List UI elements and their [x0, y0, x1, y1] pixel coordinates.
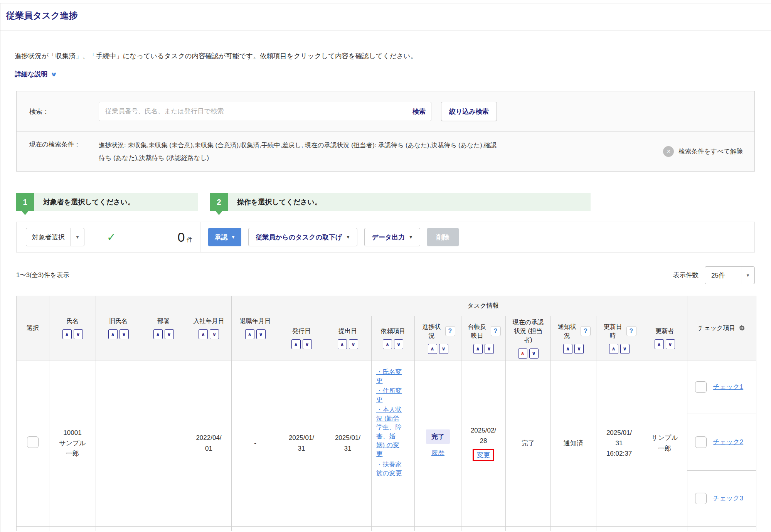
sort-desc-button[interactable]: ∨	[210, 329, 219, 339]
col-ledger-date-header: 台帳反映日?∧∨	[461, 316, 506, 360]
page-description: 進捗状況が「収集済」、「手続中」になっているタスクの内容確認が可能です。依頼項目…	[15, 51, 756, 61]
window-edge	[0, 3, 0, 532]
request-item-link[interactable]: ・住所変更	[376, 386, 403, 404]
updated-at-cell: 2025/01/ 31 16:02:37	[596, 360, 642, 526]
sort-asc-button[interactable]: ∧	[62, 329, 72, 339]
check-item-checkbox[interactable]	[695, 493, 707, 504]
per-page-select[interactable]: 25件 ▼	[705, 266, 755, 284]
step-1-badge: 1	[16, 193, 34, 211]
check-item-3: チェック3	[687, 470, 756, 526]
request-item-link[interactable]: ・氏名変更	[376, 367, 403, 385]
sort-asc-button[interactable]: ∧	[199, 329, 208, 339]
sort-asc-button[interactable]: ∧	[563, 344, 572, 354]
sort-desc-button[interactable]: ∨	[574, 344, 584, 354]
selected-count-unit: 件	[187, 236, 192, 244]
withdraw-tasks-button[interactable]: 従業員からのタスクの取下げ ▼	[248, 228, 357, 246]
col-name-header: 氏名∧∨	[49, 296, 96, 360]
help-icon[interactable]: ?	[626, 326, 636, 336]
check-item-link[interactable]: チェック3	[713, 494, 743, 503]
col-select-header: 選択	[17, 296, 49, 360]
sort-asc-button[interactable]: ∧	[338, 339, 347, 349]
row-checkbox[interactable]	[27, 436, 39, 448]
sort-asc-button-active[interactable]: ∧	[518, 348, 527, 359]
caret-down-icon: ▼	[409, 235, 413, 239]
issue-date-cell: 2025/01/ 31	[279, 360, 324, 526]
check-item-checkbox[interactable]	[695, 436, 707, 448]
help-icon[interactable]: ?	[445, 326, 455, 336]
sort-desc-button[interactable]: ∨	[303, 339, 312, 349]
red-highlight-box: 変更	[473, 449, 494, 461]
check-item-link[interactable]: チェック1	[713, 382, 743, 391]
sort-asc-button[interactable]: ∧	[655, 339, 664, 349]
gear-icon[interactable]	[738, 324, 746, 332]
updated-by-cell: サンプル 一郎	[642, 360, 687, 526]
help-icon[interactable]: ?	[581, 326, 591, 336]
col-progress-header: 進捗状況?∧∨	[415, 316, 461, 360]
sort-desc-button[interactable]: ∨	[256, 329, 266, 339]
step-1: 1 対象者を選択してください。	[16, 193, 198, 211]
selected-count-number: 0	[177, 230, 185, 245]
sort-asc-button[interactable]: ∧	[383, 339, 392, 349]
col-updated-by-header: 更新者∧∨	[642, 316, 687, 360]
sort-desc-button[interactable]: ∨	[394, 339, 403, 349]
col-updated-at-header: 更新日時?∧∨	[596, 316, 642, 360]
step-2: 2 操作を選択してください。	[210, 193, 591, 211]
sort-asc-button[interactable]: ∧	[291, 339, 301, 349]
data-export-button[interactable]: データ出力 ▼	[364, 228, 420, 246]
request-item-link[interactable]: ・本人状況 (勤労学生、障害、婚姻) の変更	[376, 405, 403, 459]
sort-desc-button[interactable]: ∨	[120, 329, 129, 339]
employee-name: 10001 サンプル 一郎	[49, 360, 96, 526]
history-link[interactable]: 履歴	[416, 448, 460, 457]
check-item-2: チェック2	[687, 414, 756, 470]
target-select-button[interactable]: 対象者選択 ▼	[26, 228, 84, 246]
sort-desc-button[interactable]: ∨	[620, 344, 630, 354]
search-conditions-row: 現在の検索条件： 進捗状況: 未収集,未収集 (未合意),未収集 (合意済),収…	[17, 131, 754, 171]
check-item-link[interactable]: チェック2	[713, 438, 743, 446]
sort-desc-button[interactable]: ∨	[529, 348, 539, 359]
help-icon[interactable]: ?	[491, 326, 501, 336]
action-toolbar: 対象者選択 ▼ ✓ 0 件 承認 ▼ 従業員からのタスクの取下げ ▼ データ出力…	[16, 222, 755, 253]
sort-desc-button[interactable]: ∨	[485, 344, 494, 354]
department-cell	[141, 360, 186, 526]
delete-button[interactable]: 削除	[427, 228, 459, 246]
search-input[interactable]	[99, 102, 407, 121]
sort-asc-button[interactable]: ∧	[245, 329, 254, 339]
col-retire-date-header: 退職年月日∧∨	[232, 296, 279, 360]
table-row: 10001 サンプル 一郎 2022/04/ 01 - 2025/01/ 31 …	[17, 360, 756, 526]
sort-desc-button[interactable]: ∨	[165, 329, 174, 339]
per-page-label: 表示件数	[673, 271, 699, 279]
per-page-control: 表示件数 25件 ▼	[673, 266, 755, 284]
detail-description-link[interactable]: 詳細な説明 ∨	[15, 70, 56, 79]
data-export-label: データ出力	[372, 233, 405, 242]
notification-status-cell: 通知済	[551, 360, 596, 526]
progress-badge: 完了	[426, 429, 450, 444]
check-item-checkbox[interactable]	[695, 381, 707, 393]
filter-search-button[interactable]: 絞り込み検索	[441, 102, 497, 121]
clear-all-conditions[interactable]: × 検索条件をすべて解除	[663, 146, 743, 157]
sort-desc-button[interactable]: ∨	[666, 339, 675, 349]
sort-asc-button[interactable]: ∧	[428, 344, 437, 354]
approval-status-cell: 完了	[506, 360, 551, 526]
sort-desc-button[interactable]: ∨	[74, 329, 83, 339]
search-row: 検索： 検索 絞り込み検索	[17, 91, 754, 131]
search-button[interactable]: 検索	[407, 102, 431, 121]
col-check-items-header: チェック項目	[687, 296, 756, 360]
selection-check-icon: ✓	[107, 231, 116, 244]
clear-all-label: 検索条件をすべて解除	[678, 147, 743, 156]
sort-desc-button[interactable]: ∨	[439, 344, 448, 354]
approve-button[interactable]: 承認 ▼	[208, 228, 241, 246]
ledger-change-link[interactable]: 変更	[477, 451, 490, 459]
conditions-value: 進捗状況: 未収集,未収集 (未合意),未収集 (合意済),収集済,手続中,差戻…	[99, 139, 500, 164]
step-2-badge: 2	[210, 193, 228, 211]
step-2-label: 操作を選択してください。	[237, 197, 322, 207]
sort-asc-button[interactable]: ∧	[473, 344, 483, 354]
approve-label: 承認	[214, 233, 227, 242]
sort-asc-button[interactable]: ∧	[153, 329, 163, 339]
sort-desc-button[interactable]: ∨	[349, 339, 358, 349]
select-cell	[17, 360, 49, 526]
request-item-link[interactable]: ・扶養家族の変更	[376, 460, 403, 478]
sort-asc-button[interactable]: ∧	[108, 329, 118, 339]
col-hire-date-header: 入社年月日∧∨	[186, 296, 232, 360]
caret-down-icon: ▼	[346, 235, 350, 239]
sort-asc-button[interactable]: ∧	[609, 344, 618, 354]
